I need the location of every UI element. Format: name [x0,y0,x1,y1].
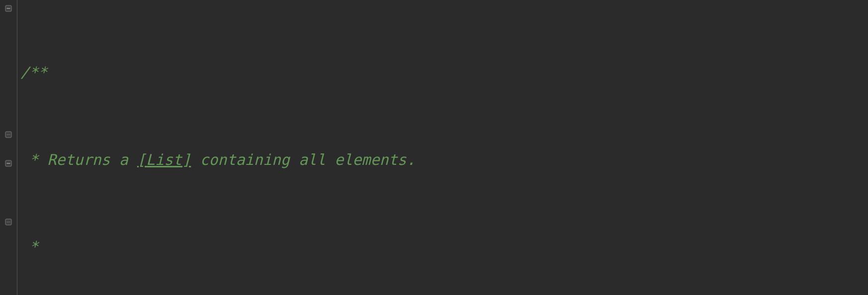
code-line[interactable]: /** [18,58,868,87]
fold-end-icon[interactable] [4,130,13,139]
code-line[interactable]: * Returns a [List] containing all elemen… [18,146,868,175]
doc-comment: * [20,238,38,255]
code-line[interactable]: * [18,232,868,262]
doc-comment: containing all elements. [191,151,416,168]
doc-comment: /** [20,64,47,81]
doc-link[interactable]: [List] [137,151,191,168]
gutter [0,0,17,295]
code-editor[interactable]: /** * Returns a [List] containing all el… [0,0,868,295]
fold-minus-icon[interactable] [4,159,13,168]
fold-end-icon[interactable] [4,218,13,226]
code-area[interactable]: /** * Returns a [List] containing all el… [17,0,868,295]
doc-comment: * Returns a [20,151,137,168]
fold-minus-icon[interactable] [4,4,13,13]
